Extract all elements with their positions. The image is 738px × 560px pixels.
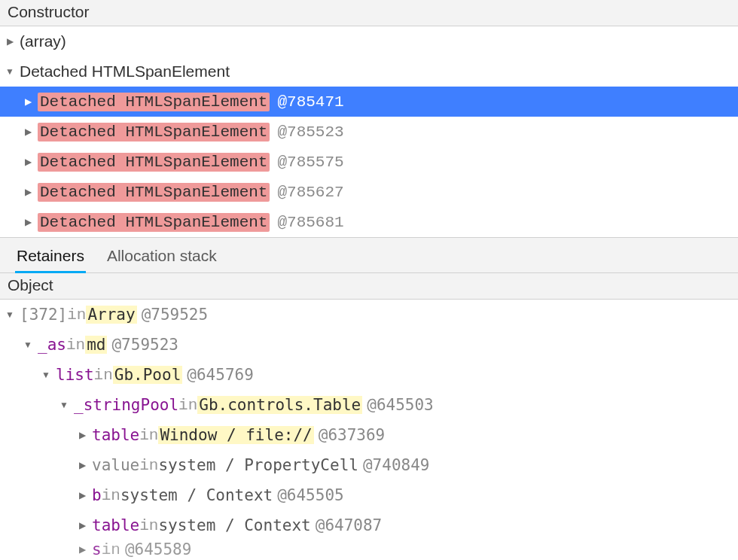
retainer-property: value: [92, 456, 139, 474]
in-keyword: in: [139, 427, 158, 444]
retainer-row[interactable]: ▶value in system / PropertyCell@740849: [0, 450, 738, 480]
in-keyword: in: [139, 457, 158, 474]
retainer-property: table: [92, 426, 139, 444]
retainer-row[interactable]: ▼_as in md@759523: [0, 330, 738, 360]
retainer-row[interactable]: ▶s in @645589: [0, 540, 738, 558]
in-keyword: in: [94, 367, 113, 384]
chevron-right-icon[interactable]: ▶: [23, 157, 33, 167]
object-header: Object: [0, 273, 738, 300]
retainer-property: list: [56, 366, 94, 384]
retainer-class: system / PropertyCell: [158, 456, 358, 474]
retainer-property: _stringPool: [74, 396, 178, 414]
tab-retainers[interactable]: Retainers: [15, 244, 86, 273]
chevron-right-icon[interactable]: ▶: [23, 217, 33, 227]
detached-element-label: Detached HTMLSpanElement: [38, 213, 270, 232]
object-id: @645589: [125, 540, 192, 558]
retainer-property: _as: [38, 336, 66, 354]
retainer-row[interactable]: ▶b in system / Context@645505: [0, 480, 738, 510]
in-keyword: in: [67, 306, 86, 324]
retainer-class: Gb.controls.Table: [197, 396, 362, 414]
constructor-group-row[interactable]: ▼Detached HTMLSpanElement: [0, 56, 738, 87]
detached-element-label: Detached HTMLSpanElement: [38, 183, 270, 202]
retainer-class: Window / file://: [158, 426, 313, 444]
chevron-down-icon[interactable]: ▼: [5, 66, 15, 77]
retainers-tabs: Retainers Allocation stack: [0, 237, 738, 273]
retainer-property: b: [92, 486, 102, 504]
retainer-class: Gb.Pool: [113, 366, 183, 384]
detached-element-label: Detached HTMLSpanElement: [38, 123, 270, 142]
in-keyword: in: [102, 541, 120, 558]
chevron-down-icon[interactable]: ▼: [59, 400, 69, 410]
object-id: @759525: [142, 306, 209, 324]
in-keyword: in: [102, 487, 120, 504]
object-id: @645769: [187, 366, 254, 384]
object-id: @785471: [277, 93, 343, 111]
object-id: @759523: [111, 336, 178, 354]
tab-allocation-stack[interactable]: Allocation stack: [105, 244, 218, 272]
retainer-class: system / Context: [120, 486, 273, 504]
retainer-row[interactable]: ▶table in system / Context@647087: [0, 510, 738, 540]
constructor-header: Constructor: [0, 0, 738, 26]
chevron-right-icon[interactable]: ▶: [77, 430, 87, 440]
retainer-class: system / Context: [158, 516, 310, 534]
constructor-item-row[interactable]: ▶Detached HTMLSpanElement@785575: [0, 147, 738, 177]
retainer-class: Array: [86, 306, 136, 324]
chevron-right-icon[interactable]: ▶: [77, 520, 87, 531]
constructor-group-label: Detached HTMLSpanElement: [20, 62, 230, 81]
chevron-right-icon[interactable]: ▶: [23, 96, 33, 107]
object-id: @785681: [277, 214, 343, 231]
in-keyword: in: [66, 336, 85, 354]
in-keyword: in: [178, 397, 197, 414]
object-id: @645503: [367, 396, 434, 414]
retainer-row[interactable]: ▼list in Gb.Pool@645769: [0, 360, 738, 390]
constructor-tree: ▶(array)▼Detached HTMLSpanElement▶Detach…: [0, 26, 738, 237]
retainer-row[interactable]: ▼[372] in Array@759525: [0, 300, 738, 330]
in-keyword: in: [139, 517, 158, 534]
constructor-group-row[interactable]: ▶(array): [0, 26, 738, 56]
object-id: @740849: [363, 456, 430, 474]
object-id: @637369: [319, 426, 386, 444]
retainer-property: [372]: [20, 306, 67, 324]
chevron-right-icon[interactable]: ▶: [77, 490, 87, 501]
chevron-right-icon[interactable]: ▶: [23, 187, 33, 197]
retainer-property: s: [92, 540, 102, 558]
chevron-right-icon[interactable]: ▶: [77, 460, 87, 470]
chevron-right-icon[interactable]: ▶: [77, 544, 87, 555]
retainer-property: table: [92, 516, 139, 534]
chevron-right-icon[interactable]: ▶: [5, 36, 15, 47]
constructor-group-label: (array): [20, 32, 66, 50]
retainer-row[interactable]: ▼_stringPool in Gb.controls.Table@645503: [0, 390, 738, 420]
detached-element-label: Detached HTMLSpanElement: [38, 153, 270, 172]
object-id: @647087: [316, 516, 383, 534]
constructor-item-row[interactable]: ▶Detached HTMLSpanElement@785471: [0, 87, 738, 117]
constructor-item-row[interactable]: ▶Detached HTMLSpanElement@785681: [0, 207, 738, 237]
constructor-item-row[interactable]: ▶Detached HTMLSpanElement@785627: [0, 177, 738, 207]
object-id: @785523: [277, 123, 343, 141]
object-id: @785575: [277, 154, 343, 171]
chevron-down-icon[interactable]: ▼: [41, 370, 51, 380]
detached-element-label: Detached HTMLSpanElement: [38, 93, 270, 111]
object-retainers-tree: ▼[372] in Array@759525▼_as in md@759523▼…: [0, 300, 738, 558]
chevron-down-icon[interactable]: ▼: [23, 339, 33, 350]
retainer-row[interactable]: ▶table in Window / file://@637369: [0, 420, 738, 450]
object-id: @645505: [277, 486, 344, 504]
retainer-class: md: [85, 336, 107, 354]
object-id: @785627: [277, 184, 343, 201]
constructor-item-row[interactable]: ▶Detached HTMLSpanElement@785523: [0, 117, 738, 147]
chevron-right-icon[interactable]: ▶: [23, 126, 33, 137]
chevron-down-icon[interactable]: ▼: [5, 309, 15, 320]
